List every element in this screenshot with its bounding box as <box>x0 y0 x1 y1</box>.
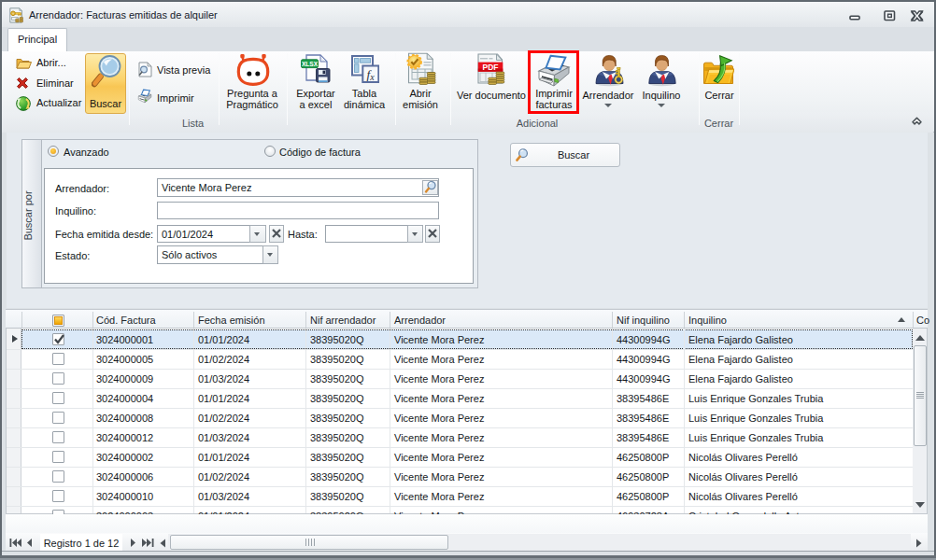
svg-text:XLSX: XLSX <box>302 61 319 67</box>
svg-text:PDF: PDF <box>483 63 499 72</box>
